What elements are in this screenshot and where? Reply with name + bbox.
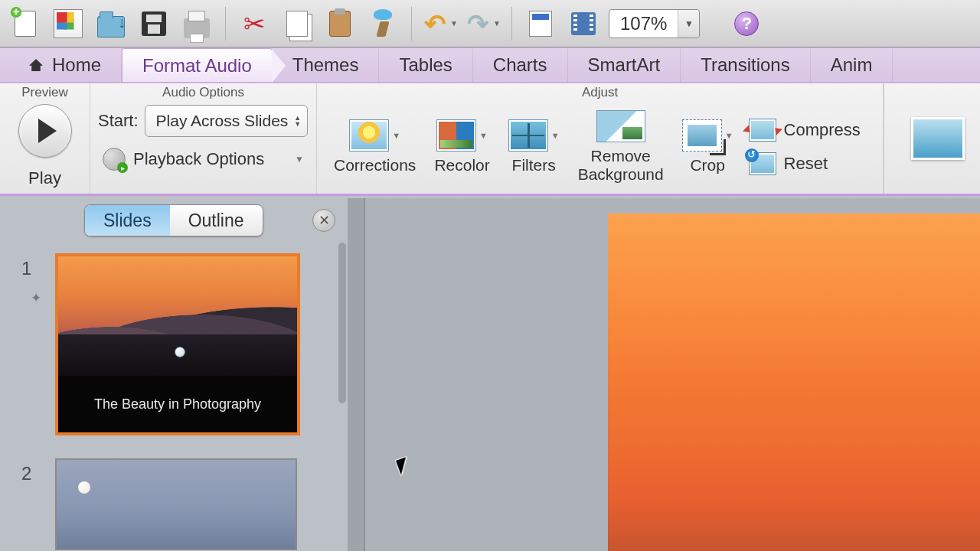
start-label: Start: xyxy=(98,111,139,131)
chevron-down-icon: ▼ xyxy=(725,131,733,140)
slides-panel: Slides Outline ✕ 1 ✦ The Beauty in Photo… xyxy=(0,198,348,551)
slide-thumbnail-1[interactable]: 1 ✦ The Beauty in Photography xyxy=(0,243,337,435)
group-title: Preview xyxy=(21,85,67,102)
new-document-icon xyxy=(15,11,36,37)
ribbon-group-adjust: Adjust ▼ Corrections ▼ Recolor ▼ Filters… xyxy=(317,83,884,194)
redo-button[interactable]: ↷▼ xyxy=(466,6,501,41)
help-button[interactable]: ? xyxy=(729,6,764,41)
cut-button[interactable]: ✂ xyxy=(237,6,272,41)
crop-button[interactable]: ▼ Crop xyxy=(673,102,743,192)
template-gallery-button[interactable] xyxy=(51,6,86,41)
workspace: Slides Outline ✕ 1 ✦ The Beauty in Photo… xyxy=(0,198,980,551)
corrections-button[interactable]: ▼ Corrections xyxy=(325,102,425,192)
start-row: Start: Play Across Slides ▲▼ xyxy=(98,105,308,137)
help-icon: ? xyxy=(734,11,759,36)
open-button[interactable] xyxy=(93,6,129,41)
save-button[interactable] xyxy=(136,6,172,41)
print-button[interactable] xyxy=(179,6,214,41)
moon-graphic xyxy=(78,481,90,494)
scrollbar-thumb[interactable] xyxy=(338,243,346,403)
show-formatting-button[interactable] xyxy=(523,6,558,41)
slide-thumbnail-list: 1 ✦ The Beauty in Photography 2 xyxy=(0,243,337,551)
tab-tables[interactable]: Tables xyxy=(379,48,472,82)
media-browser-button[interactable] xyxy=(566,6,601,41)
compress-reset-column: Compress Reset xyxy=(743,102,867,192)
tab-themes[interactable]: Themes xyxy=(273,48,380,82)
chevron-down-icon[interactable]: ▼ xyxy=(450,19,458,28)
copy-button[interactable] xyxy=(279,6,315,41)
chevron-down-icon[interactable]: ▼ xyxy=(678,10,699,37)
toolbar-separator xyxy=(411,7,412,41)
tab-format-audio[interactable]: Format Audio xyxy=(122,48,273,82)
tab-smartart[interactable]: SmartArt xyxy=(568,48,681,82)
compress-icon xyxy=(749,119,776,142)
zoom-value: 107% xyxy=(609,13,678,34)
zoom-selector[interactable]: 107% ▼ xyxy=(609,9,700,38)
stepper-icon[interactable]: ▲▼ xyxy=(294,115,301,127)
tab-charts[interactable]: Charts xyxy=(473,48,568,82)
slides-tab[interactable]: Slides xyxy=(85,205,170,236)
start-value: Play Across Slides xyxy=(156,112,289,130)
panel-close-button[interactable]: ✕ xyxy=(312,209,335,232)
new-document-button[interactable] xyxy=(8,6,43,41)
standard-toolbar: ✂ ↶▼ ↷▼ 107% ▼ ? xyxy=(0,0,980,47)
corrections-icon xyxy=(349,119,389,152)
paste-button[interactable] xyxy=(322,6,358,41)
panel-scrollbar[interactable] xyxy=(338,243,346,551)
panel-tab-switch: Slides Outline xyxy=(84,204,263,236)
undo-icon: ↶ xyxy=(423,9,447,38)
crop-icon xyxy=(682,119,722,152)
slide-canvas-area[interactable] xyxy=(348,198,980,551)
ribbon-group-audio-options: Audio Options Start: Play Across Slides … xyxy=(90,83,317,194)
ribbon: Preview Play Audio Options Start: Play A… xyxy=(0,83,980,196)
clipboard-icon xyxy=(329,11,351,37)
picture-style-preview[interactable] xyxy=(911,117,965,160)
format-painter-button[interactable] xyxy=(365,6,400,41)
play-label: Play xyxy=(28,168,61,188)
chevron-down-icon: ▼ xyxy=(479,131,488,140)
redo-icon: ↷ xyxy=(466,9,490,38)
slide-thumbnail-2[interactable]: 2 xyxy=(0,435,337,550)
recolor-button[interactable]: ▼ Recolor xyxy=(425,102,498,192)
chevron-down-icon: ▼ xyxy=(551,131,560,140)
slide-title: The Beauty in Photography xyxy=(58,376,297,432)
remove-background-button[interactable]: Remove Background xyxy=(569,102,673,192)
toolbar-separator xyxy=(225,7,226,41)
gear-play-icon xyxy=(103,148,126,171)
audio-object-icon xyxy=(175,347,185,357)
ribbon-group-picture-styles xyxy=(884,83,975,194)
undo-button[interactable]: ↶▼ xyxy=(423,6,458,41)
playback-options-label: Playback Options xyxy=(133,149,264,169)
copy-icon xyxy=(286,11,308,37)
chevron-down-icon: ▼ xyxy=(295,154,304,165)
current-slide[interactable] xyxy=(608,214,980,551)
show-formatting-icon xyxy=(529,11,552,37)
chevron-down-icon[interactable]: ▼ xyxy=(493,19,501,28)
remove-background-icon xyxy=(596,110,645,142)
recolor-icon xyxy=(436,119,476,152)
filters-icon xyxy=(508,119,548,152)
media-icon xyxy=(571,12,596,35)
tab-home[interactable]: Home xyxy=(21,48,122,82)
compress-button[interactable]: Compress xyxy=(749,119,861,142)
ribbon-tabs: Home Format Audio Themes Tables Charts S… xyxy=(0,47,980,83)
toolbar-separator xyxy=(511,7,512,41)
open-folder-icon xyxy=(97,16,125,37)
slide-number: 2 xyxy=(21,458,51,484)
print-icon xyxy=(184,18,210,38)
start-select[interactable]: Play Across Slides ▲▼ xyxy=(145,105,309,137)
slide-number: 1 xyxy=(21,253,51,279)
tab-transitions[interactable]: Transitions xyxy=(681,48,810,82)
playback-options-button[interactable]: Playback Options ▼ xyxy=(98,145,309,174)
outline-tab[interactable]: Outline xyxy=(170,205,263,236)
reset-button[interactable]: Reset xyxy=(749,152,861,175)
play-preview-button[interactable] xyxy=(18,104,72,158)
group-title: Audio Options xyxy=(98,85,309,102)
ribbon-group-preview: Preview Play xyxy=(0,83,90,194)
reset-icon xyxy=(749,152,776,175)
format-painter-icon xyxy=(372,11,394,37)
slide-thumbnail-image: The Beauty in Photography xyxy=(55,253,300,435)
tab-animations[interactable]: Anim xyxy=(811,48,893,82)
close-icon: ✕ xyxy=(318,212,330,229)
filters-button[interactable]: ▼ Filters xyxy=(499,102,569,192)
